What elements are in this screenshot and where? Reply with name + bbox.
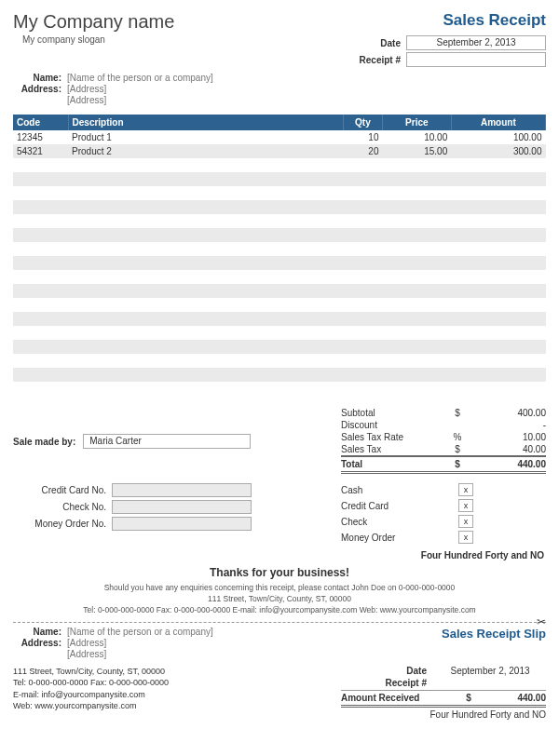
table-row [13, 312, 546, 326]
company-slogan: My company slogan [22, 34, 174, 45]
table-row [13, 284, 546, 298]
table-row [13, 326, 546, 340]
cust-name: [Name of the person or a company] [67, 73, 213, 83]
table-row: 12345Product 11010.00100.00 [13, 130, 546, 144]
table-row [13, 214, 546, 228]
table-row [13, 354, 546, 368]
mo-no-input[interactable] [112, 517, 252, 531]
customer-block: Name:[Name of the person or a company] A… [13, 73, 546, 105]
table-row [13, 186, 546, 200]
thanks-message: Thanks for your business! [13, 566, 546, 579]
col-qty: Qty [343, 115, 382, 130]
sales-tax: 40.00 [471, 444, 546, 454]
table-row [13, 270, 546, 284]
table-row [13, 256, 546, 270]
table-row [13, 382, 546, 396]
cc-no-input[interactable] [112, 483, 252, 497]
payment-type: Cashx Credit Cardx Checkx Money Orderx [341, 483, 546, 547]
check-no-input[interactable] [112, 500, 252, 514]
check-checkbox[interactable]: x [458, 515, 473, 528]
cash-checkbox[interactable]: x [458, 483, 473, 496]
scissors-icon: ✂ [537, 615, 546, 628]
amount-received: Amount Received$440.00 [341, 690, 546, 708]
amount-in-words: Four Hundred Forty and NO [13, 550, 546, 560]
total: 440.00 [471, 459, 546, 469]
document-title: Sales Receipt [335, 11, 546, 30]
table-row [13, 242, 546, 256]
cust-addr1: [Address] [67, 84, 106, 94]
payment-reference: Credit Card No. Check No. Money Order No… [13, 483, 255, 547]
table-row [13, 228, 546, 242]
cust-addr-label: Address: [13, 84, 61, 94]
subtotal: 400.00 [471, 408, 546, 418]
col-price: Price [382, 115, 451, 130]
sale-made-by: Sale made by: Maria Carter [13, 409, 251, 474]
tear-line: ✂ [13, 622, 546, 623]
cust-name-label: Name: [13, 73, 61, 83]
table-row [13, 200, 546, 214]
sale-made-value[interactable]: Maria Carter [83, 434, 251, 449]
date-value[interactable]: September 2, 2013 [406, 35, 546, 50]
col-desc: Description [68, 115, 343, 130]
date-label: Date [335, 38, 401, 48]
table-row [13, 158, 546, 172]
items-table: Code Description Qty Price Amount 12345P… [13, 115, 546, 396]
table-row [13, 368, 546, 382]
slip-company-info: 111 Street, Town/City, County, ST, 00000… [13, 666, 169, 720]
totals-block: Subtotal$400.00 Discount- Sales Tax Rate… [341, 407, 546, 474]
receipt-value[interactable] [406, 52, 546, 67]
col-code: Code [13, 115, 68, 130]
tax-rate: 10.00 [471, 432, 546, 442]
slip-title: Sales Receipt Slip [442, 627, 546, 660]
company-name: My Company name [13, 11, 174, 33]
table-row [13, 172, 546, 186]
discount: - [471, 420, 546, 430]
cc-checkbox[interactable]: x [458, 499, 473, 512]
header: My Company name My company slogan Sales … [13, 11, 546, 67]
mo-checkbox[interactable]: x [458, 531, 473, 544]
table-row [13, 298, 546, 312]
col-amount: Amount [451, 115, 545, 130]
footer-info: Should you have any enquiries concerning… [13, 583, 546, 616]
table-row: 54321Product 22015.00300.00 [13, 144, 546, 158]
table-row [13, 340, 546, 354]
slip-date: September 2, 2013 [434, 666, 546, 676]
cust-addr2: [Address] [67, 95, 106, 105]
receipt-label: Receipt # [335, 55, 401, 65]
